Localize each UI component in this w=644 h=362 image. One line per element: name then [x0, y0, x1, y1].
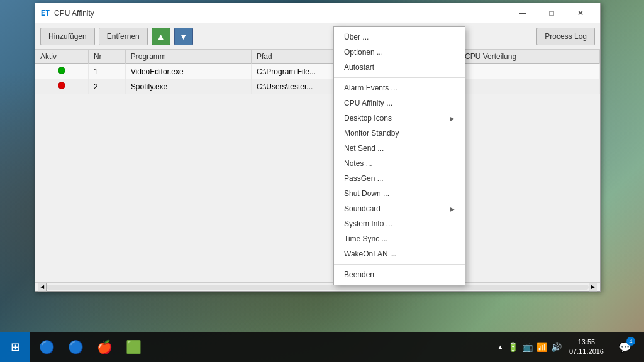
window-controls: — □ ✕	[508, 4, 595, 23]
col-verteilung: tom. CPU Verteilung	[443, 50, 600, 64]
menu-item-shut-down-[interactable]: Shut Down ...	[334, 186, 465, 201]
menu-item-label: WakeOnLAN ...	[344, 250, 396, 258]
table-header-row: Aktiv Nr Programm Pfad CPU tom. CPU Vert…	[35, 50, 600, 64]
window-toolbar: Hinzufügen Entfernen ▲ ▼ Process Log	[35, 23, 600, 50]
cell-verteilung: -	[443, 64, 600, 79]
menu-separator	[334, 77, 465, 78]
menu-item-desktop-icons[interactable]: Desktop Icons ▶	[334, 111, 465, 126]
scroll-track[interactable]	[47, 285, 589, 290]
monitor-icon: 📺	[522, 342, 533, 352]
data-table: Aktiv Nr Programm Pfad CPU tom. CPU Vert…	[35, 50, 600, 94]
app-icon: ET	[40, 8, 50, 18]
notification-button[interactable]: 💬 4	[611, 333, 639, 361]
scroll-left-btn[interactable]: ◀	[38, 283, 47, 292]
horizontal-scrollbar[interactable]: ◀ ▶	[35, 282, 600, 291]
up-arrow-icon: ▲	[157, 31, 165, 41]
menu-item-label: Shut Down ...	[344, 189, 389, 198]
menu-item-time-sync-[interactable]: Time Sync ...	[334, 231, 465, 246]
cell-nr: 2	[88, 79, 125, 94]
taskbar-app-icons: 🔵🔵🍎🟩	[30, 333, 492, 361]
menu-item-label: Über ...	[344, 33, 369, 41]
menu-item-soundcard[interactable]: Soundcard ▶	[334, 201, 465, 216]
close-button[interactable]: ✕	[566, 4, 595, 23]
menu-item-beenden[interactable]: Beenden	[334, 267, 465, 282]
menu-item-passgen-[interactable]: PassGen ...	[334, 171, 465, 186]
menu-item-alarm-events-[interactable]: Alarm Events ...	[334, 80, 465, 96]
taskbar-app-icon-3[interactable]: 🟩	[119, 333, 147, 361]
taskbar-app-icon-2[interactable]: 🍎	[91, 333, 118, 361]
taskbar-tray: ▲ 🔋 📺 📶 🔊 13:55 07.11.2016 💬 4	[492, 333, 644, 361]
tray-icons: ▲ 🔋 📺 📶 🔊	[497, 342, 562, 352]
menu-item-system-info-[interactable]: System Info ...	[334, 216, 465, 231]
menu-item-ber-[interactable]: Über ...	[334, 30, 465, 45]
cell-programm: Spotify.exe	[125, 79, 251, 94]
add-button[interactable]: Hinzufügen	[40, 28, 95, 45]
windows-logo-icon: ⊞	[11, 340, 20, 354]
taskbar: ⊞ 🔵🔵🍎🟩 ▲ 🔋 📺 📶 🔊 13:55 07.11.2016 💬 4	[0, 332, 644, 362]
submenu-arrow-icon: ▶	[450, 206, 455, 212]
cell-nr: 1	[88, 64, 125, 79]
cell-aktiv	[35, 79, 88, 94]
menu-item-label: Desktop Icons	[344, 114, 392, 123]
menu-item-label: Notes ...	[344, 159, 372, 168]
volume-icon: 🔊	[551, 342, 562, 352]
battery-icon: 🔋	[508, 342, 518, 352]
cell-aktiv	[35, 64, 88, 79]
menu-item-net-send-[interactable]: Net Send ...	[334, 141, 465, 156]
menu-item-label: Monitor Standby	[344, 129, 399, 138]
scroll-right-btn[interactable]: ▶	[589, 283, 597, 292]
taskbar-app-icon-1[interactable]: 🔵	[62, 333, 89, 361]
menu-item-autostart[interactable]: Autostart	[334, 60, 465, 75]
col-programm: Programm	[125, 50, 251, 64]
menu-item-cpu-affinity-[interactable]: CPU Affinity ...	[334, 96, 465, 111]
minimize-button[interactable]: —	[508, 4, 537, 23]
menu-item-optionen-[interactable]: Optionen ...	[334, 45, 465, 60]
status-dot	[58, 82, 65, 89]
window-titlebar: ET CPU Affinity — □ ✕	[35, 3, 600, 23]
app-window: ET CPU Affinity — □ ✕ Hinzufügen Entfern…	[35, 3, 601, 292]
table-scroll-area[interactable]: Aktiv Nr Programm Pfad CPU tom. CPU Vert…	[35, 50, 600, 282]
start-button[interactable]: ⊞	[0, 332, 30, 362]
menu-item-label: Soundcard	[344, 204, 380, 213]
notification-badge: 4	[626, 337, 635, 346]
table-row[interactable]: 1 VideoEditor.exe C:\Program File... 0 -	[35, 64, 600, 79]
menu-item-label: Net Send ...	[344, 144, 384, 153]
taskbar-app-icon-0[interactable]: 🔵	[33, 333, 60, 361]
col-aktiv: Aktiv	[35, 50, 88, 64]
cell-programm: VideoEditor.exe	[125, 64, 251, 79]
menu-item-notes-[interactable]: Notes ...	[334, 156, 465, 171]
menu-item-label: CPU Affinity ...	[344, 99, 392, 107]
process-log-button[interactable]: Process Log	[536, 28, 595, 45]
submenu-arrow-icon: ▶	[450, 115, 455, 122]
menu-item-label: PassGen ...	[344, 174, 384, 183]
taskbar-clock[interactable]: 13:55 07.11.2016	[569, 337, 604, 357]
menu-item-label: Alarm Events ...	[344, 84, 397, 92]
menu-item-wakeonlan-[interactable]: WakeOnLAN ...	[334, 246, 465, 261]
menu-item-label: System Info ...	[344, 219, 392, 228]
col-nr: Nr	[88, 50, 125, 64]
menu-separator	[334, 264, 465, 265]
menu-item-monitor-standby[interactable]: Monitor Standby	[334, 126, 465, 141]
window-title: CPU Affinity	[54, 9, 508, 18]
move-up-button[interactable]: ▲	[152, 28, 170, 45]
context-menu: Über ... Optionen ... Autostart Alarm Ev…	[333, 26, 465, 285]
remove-button[interactable]: Entfernen	[99, 28, 148, 45]
menu-item-label: Autostart	[344, 63, 374, 72]
menu-item-label: Beenden	[344, 270, 374, 279]
down-arrow-icon: ▼	[179, 31, 188, 41]
move-down-button[interactable]: ▼	[174, 28, 193, 45]
table-row[interactable]: 2 Spotify.exe C:\Users\tester... 0+1 -	[35, 79, 600, 94]
clock-date: 07.11.2016	[569, 347, 604, 356]
menu-item-label: Time Sync ...	[344, 234, 388, 243]
cell-verteilung: -	[443, 79, 600, 94]
wifi-icon: 📶	[536, 342, 547, 352]
clock-time: 13:55	[569, 337, 604, 347]
menu-item-label: Optionen ...	[344, 48, 383, 57]
maximize-button[interactable]: □	[537, 4, 566, 23]
chevron-up-icon[interactable]: ▲	[497, 343, 504, 351]
status-dot	[58, 67, 65, 74]
